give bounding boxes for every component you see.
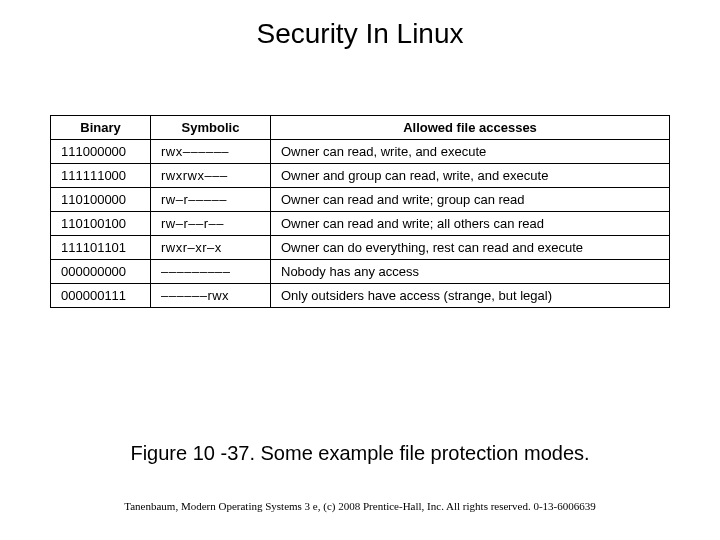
cell-binary: 111111000 xyxy=(51,164,151,188)
table-row: 110100100 rw–r––r–– Owner can read and w… xyxy=(51,212,670,236)
cell-access: Owner can read and write; group can read xyxy=(271,188,670,212)
cell-symbolic: rwx–––––– xyxy=(151,140,271,164)
cell-symbolic: ––––––rwx xyxy=(151,284,271,308)
page-title: Security In Linux xyxy=(0,0,720,60)
cell-symbolic: ––––––––– xyxy=(151,260,271,284)
header-binary: Binary xyxy=(51,116,151,140)
cell-symbolic: rwxr–xr–x xyxy=(151,236,271,260)
cell-access: Nobody has any access xyxy=(271,260,670,284)
cell-binary: 111000000 xyxy=(51,140,151,164)
header-access: Allowed file accesses xyxy=(271,116,670,140)
cell-access: Owner and group can read, write, and exe… xyxy=(271,164,670,188)
cell-binary: 000000000 xyxy=(51,260,151,284)
header-symbolic: Symbolic xyxy=(151,116,271,140)
table-row: 110100000 rw–r––––– Owner can read and w… xyxy=(51,188,670,212)
cell-access: Owner can read, write, and execute xyxy=(271,140,670,164)
cell-access: Owner can read and write; all others can… xyxy=(271,212,670,236)
cell-symbolic: rw–r––r–– xyxy=(151,212,271,236)
cell-binary: 000000111 xyxy=(51,284,151,308)
cell-symbolic: rwxrwx––– xyxy=(151,164,271,188)
table-row: 111101101 rwxr–xr–x Owner can do everyth… xyxy=(51,236,670,260)
figure-caption: Figure 10 -37. Some example file protect… xyxy=(0,442,720,465)
permissions-table: Binary Symbolic Allowed file accesses 11… xyxy=(50,115,670,308)
table-row: 000000000 ––––––––– Nobody has any acces… xyxy=(51,260,670,284)
table-header-row: Binary Symbolic Allowed file accesses xyxy=(51,116,670,140)
cell-binary: 110100000 xyxy=(51,188,151,212)
table-row: 000000111 ––––––rwx Only outsiders have … xyxy=(51,284,670,308)
cell-binary: 111101101 xyxy=(51,236,151,260)
copyright-footer: Tanenbaum, Modern Operating Systems 3 e,… xyxy=(0,500,720,512)
table-row: 111111000 rwxrwx––– Owner and group can … xyxy=(51,164,670,188)
table-row: 111000000 rwx–––––– Owner can read, writ… xyxy=(51,140,670,164)
cell-symbolic: rw–r––––– xyxy=(151,188,271,212)
cell-access: Only outsiders have access (strange, but… xyxy=(271,284,670,308)
cell-access: Owner can do everything, rest can read a… xyxy=(271,236,670,260)
permissions-table-container: Binary Symbolic Allowed file accesses 11… xyxy=(50,115,670,308)
cell-binary: 110100100 xyxy=(51,212,151,236)
